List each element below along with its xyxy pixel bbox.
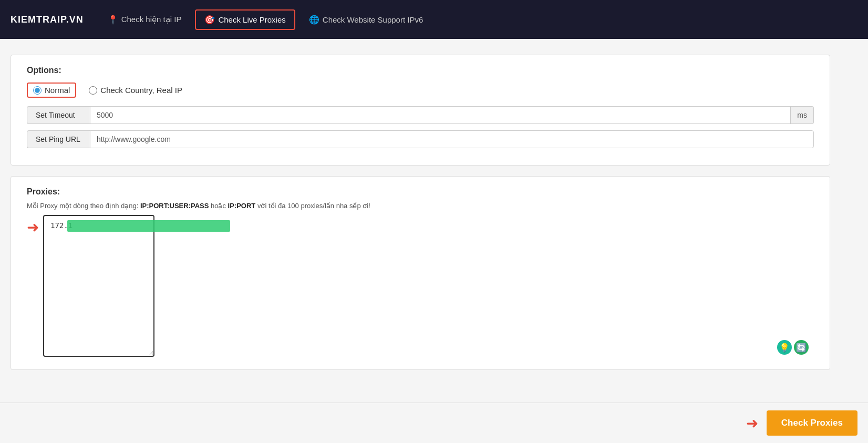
- hint-format2: IP:PORT: [228, 202, 256, 210]
- check-proxies-button[interactable]: Check Proxies: [767, 410, 857, 436]
- radio-option-normal[interactable]: Normal: [27, 83, 76, 98]
- hint-format1: IP:PORT:USER:PASS: [140, 202, 209, 210]
- radio-group: Normal Check Country, Real IP: [27, 83, 814, 98]
- globe-icon: 🌐: [309, 15, 319, 25]
- timeout-row: Set Timeout ms: [27, 106, 814, 124]
- radio-country-label: Check Country, Real IP: [100, 86, 182, 95]
- proxy-icon: 🎯: [204, 15, 215, 25]
- nav-item-label: Check hiện tại IP: [121, 15, 182, 24]
- nav-item-label-ipv6: Check Website Support IPv6: [323, 15, 423, 24]
- proxies-hint: Mỗi Proxy một dòng theo định dạng: IP:PO…: [27, 202, 814, 210]
- location-icon: 📍: [108, 15, 118, 25]
- brand-logo: KIEMTRAIP.VN: [11, 14, 84, 25]
- proxy-textarea-wrapper: ➜ 172.1 💡 🔄: [27, 215, 814, 359]
- nav-item-label-active: Check Live Proxies: [218, 15, 285, 24]
- textarea-icons: 💡 🔄: [777, 340, 809, 355]
- nav-item-check-live-proxies[interactable]: 🎯 Check Live Proxies: [195, 9, 295, 30]
- proxy-textarea[interactable]: 172.1: [43, 215, 154, 357]
- ping-url-label: Set Ping URL: [27, 130, 90, 148]
- bottom-arrow-icon: ➜: [746, 415, 758, 432]
- ping-url-input[interactable]: [90, 130, 814, 148]
- nav-item-check-ip[interactable]: 📍 Check hiện tại IP: [99, 11, 190, 29]
- hint-prefix: Mỗi Proxy một dòng theo định dạng:: [27, 202, 140, 210]
- navbar: KIEMTRAIP.VN 📍 Check hiện tại IP 🎯 Check…: [0, 0, 868, 39]
- bulb-button[interactable]: 💡: [777, 340, 792, 355]
- radio-country-input[interactable]: [89, 86, 97, 95]
- nav-item-check-ipv6[interactable]: 🌐 Check Website Support IPv6: [301, 11, 431, 29]
- options-section: Options: Normal Check Country, Real IP S…: [11, 55, 830, 166]
- radio-normal-label: Normal: [45, 86, 70, 95]
- timeout-label: Set Timeout: [27, 106, 90, 124]
- hint-suffix: với tối đa 100 proxies/lần nha sếp ơi!: [255, 202, 370, 210]
- arrow-icon: ➜: [27, 220, 39, 235]
- radio-normal-input[interactable]: [33, 86, 42, 95]
- radio-option-country[interactable]: Check Country, Real IP: [89, 86, 182, 95]
- proxies-label: Proxies:: [27, 187, 814, 197]
- hint-middle: hoặc: [209, 202, 228, 210]
- timeout-suffix: ms: [791, 106, 814, 124]
- main-content: Options: Normal Check Country, Real IP S…: [0, 39, 841, 386]
- nav-items: 📍 Check hiện tại IP 🎯 Check Live Proxies…: [99, 9, 432, 30]
- options-label: Options:: [27, 66, 814, 75]
- timeout-input[interactable]: [90, 106, 791, 124]
- ping-url-row: Set Ping URL: [27, 130, 814, 148]
- refresh-button[interactable]: 🔄: [794, 340, 809, 355]
- proxies-section: Proxies: Mỗi Proxy một dòng theo định dạ…: [11, 176, 830, 370]
- bottom-bar: ➜ Check Proxies: [0, 403, 868, 443]
